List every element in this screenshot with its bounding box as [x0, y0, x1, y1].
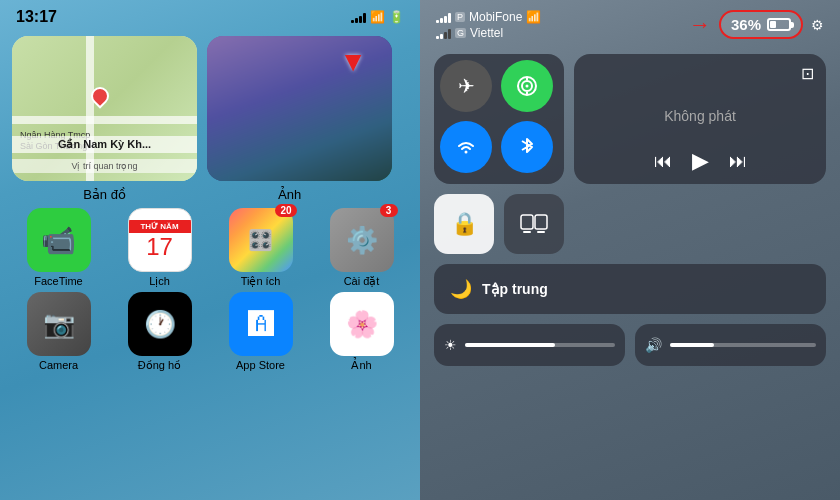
brightness-icon: ☀	[444, 337, 457, 353]
media-block: ⊡ Không phát ⏮ ▶ ⏭	[574, 54, 826, 184]
settings-icon: ⚙	[811, 17, 824, 33]
map-subtitle: Vị trí quan trọng	[12, 159, 197, 173]
svg-point-2	[526, 85, 529, 88]
airplane-button[interactable]: ✈	[440, 60, 492, 112]
svg-rect-7	[523, 231, 531, 233]
carrier-viettel-row: G Viettel	[436, 26, 541, 40]
app-tienich-wrapper: 🎛️ 20 Tiện ích	[214, 208, 307, 288]
map-title: Gần Nam Kỳ Kh...	[12, 136, 197, 153]
photos-label: Ảnh	[351, 359, 371, 372]
apps-row2: 📷 Camera 🕐 Đồng hồ 🅰 App Store 🌸 Ảnh	[12, 292, 408, 372]
camera-icon: 📷	[43, 309, 75, 340]
brightness-track	[465, 343, 615, 347]
app-camera[interactable]: 📷	[27, 292, 91, 356]
screen-mirror-button[interactable]	[504, 194, 564, 254]
carrier-mobifone-row: P MobiFone 📶	[436, 10, 541, 24]
tienich-label: Tiện ích	[241, 275, 281, 288]
wifi-icon: 📶	[370, 10, 385, 24]
signal-icon	[351, 11, 366, 23]
airplay-icon[interactable]: ⊡	[801, 64, 814, 83]
caidat-badge: 3	[380, 204, 398, 217]
photos-icon: 🌸	[346, 309, 378, 340]
tienich-icon: 🎛️	[248, 228, 273, 252]
rewind-button[interactable]: ⏮	[654, 151, 672, 172]
battery-fill	[770, 21, 776, 28]
moon-icon: 🌙	[450, 278, 472, 300]
signal-bars-1	[436, 11, 451, 23]
tap-trung-block[interactable]: 🌙 Tập trung	[434, 264, 826, 314]
cc-middle-row: 🔒	[434, 194, 826, 254]
bluetooth-icon	[518, 136, 536, 158]
app-caidat[interactable]: ⚙️ 3	[330, 208, 394, 272]
rotation-lock-button[interactable]: 🔒	[434, 194, 494, 254]
map-background: Ngân Hàng Tmcp Sài Gòn Thương Gần Nam Kỳ…	[12, 36, 197, 181]
app-tienich[interactable]: 🎛️ 20	[229, 208, 293, 272]
appstore-label: App Store	[236, 359, 285, 371]
battery-percentage: 36%	[731, 16, 761, 33]
facetime-icon: 📹	[41, 224, 76, 257]
cellular-button[interactable]	[501, 60, 553, 112]
cal-day: THỨ NĂM	[129, 220, 191, 233]
clock-label: Đồng hồ	[138, 359, 181, 372]
sliders-row: ☀ 🔊	[434, 324, 826, 366]
rotation-lock-icon: 🔒	[451, 211, 478, 237]
play-button[interactable]: ▶	[692, 148, 709, 174]
red-arrow-down: ▼	[339, 46, 367, 78]
brightness-slider[interactable]: ☀	[434, 324, 625, 366]
right-panel: P MobiFone 📶 G Viettel → 36%	[420, 0, 840, 500]
wifi-icon-cc	[455, 136, 477, 158]
appstore-icon: 🅰	[248, 309, 274, 340]
app-photos-wrapper: 🌸 Ảnh	[315, 292, 408, 372]
sim-icon-2: G	[455, 28, 466, 38]
app-clock-wrapper: 🕐 Đồng hồ	[113, 292, 206, 372]
status-icons: 📶 🔋	[351, 10, 404, 24]
carrier1-name: MobiFone	[469, 10, 522, 24]
svg-rect-8	[537, 231, 545, 233]
app-appstore[interactable]: 🅰	[229, 292, 293, 356]
red-arrow-right: →	[689, 12, 711, 38]
widgets-row: Ngân Hàng Tmcp Sài Gòn Thương Gần Nam Kỳ…	[12, 36, 408, 181]
sim-icon-1: P	[455, 12, 465, 22]
brightness-fill	[465, 343, 555, 347]
cellular-icon	[516, 75, 538, 97]
wifi-button[interactable]	[440, 121, 492, 173]
volume-slider[interactable]: 🔊	[635, 324, 826, 366]
map-label: Bản đồ	[12, 187, 197, 202]
control-center: ✈	[420, 46, 840, 374]
signal-bars-2	[436, 27, 451, 39]
bluetooth-button[interactable]	[501, 121, 553, 173]
cc-spacer	[574, 194, 826, 254]
fast-forward-button[interactable]: ⏭	[729, 151, 747, 172]
app-calendar-wrapper: THỨ NĂM 17 Lịch	[113, 208, 206, 288]
app-appstore-wrapper: 🅰 App Store	[214, 292, 307, 372]
photo-widget[interactable]: ▼	[207, 36, 392, 181]
status-bar-left: 13:17 📶 🔋	[0, 0, 420, 30]
left-panel: 13:17 📶 🔋 Ngân Hàng Tmcp Sài Gòn Thương	[0, 0, 420, 500]
app-facetime-wrapper: 📹 FaceTime	[12, 208, 105, 288]
apps-row1: 📹 FaceTime THỨ NĂM 17 Lịch 🎛️ 20 Tiện íc…	[12, 208, 408, 288]
volume-track	[670, 343, 816, 347]
map-pin	[90, 87, 106, 107]
app-photos[interactable]: 🌸	[330, 292, 394, 356]
clock-icon: 🕐	[144, 309, 176, 340]
status-bar-right: P MobiFone 📶 G Viettel → 36%	[420, 0, 840, 46]
calendar-label: Lịch	[149, 275, 170, 288]
airplay-area: ⊡	[586, 64, 814, 83]
cal-date: 17	[146, 233, 173, 261]
caidat-icon: ⚙️	[346, 225, 378, 256]
media-controls: ⏮ ▶ ⏭	[586, 148, 814, 174]
volume-icon: 🔊	[645, 337, 662, 353]
map-widget[interactable]: Ngân Hàng Tmcp Sài Gòn Thương Gần Nam Kỳ…	[12, 36, 197, 181]
connectivity-block: ✈	[434, 54, 564, 184]
facetime-label: FaceTime	[34, 275, 83, 287]
app-clock[interactable]: 🕐	[128, 292, 192, 356]
app-calendar[interactable]: THỨ NĂM 17	[128, 208, 192, 272]
cc-top-row: ✈	[434, 54, 826, 184]
camera-label: Camera	[39, 359, 78, 371]
photo-label: Ảnh	[197, 187, 382, 202]
app-facetime[interactable]: 📹	[27, 208, 91, 272]
widget-labels: Bản đồ Ảnh	[12, 187, 408, 202]
tap-trung-label: Tập trung	[482, 281, 548, 297]
screen-mirror-icon	[520, 213, 548, 235]
battery-indicator: 36%	[719, 10, 803, 39]
